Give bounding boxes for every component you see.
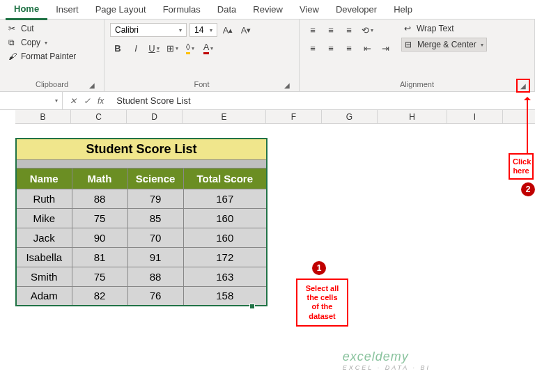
cut-label: Cut (21, 24, 34, 33)
clipboard-group-label: Clipboard◢ (6, 79, 98, 91)
tab-insert[interactable]: Insert (47, 0, 87, 19)
fx-icon[interactable]: fx (98, 96, 104, 106)
tab-page-layout[interactable]: Page Layout (87, 0, 155, 19)
table-cell[interactable]: 167 (183, 189, 267, 208)
ribbon-tabs: HomeInsertPage LayoutFormulasDataReviewV… (0, 0, 535, 19)
table-cell[interactable]: 85 (127, 208, 183, 228)
table-cell[interactable]: 160 (183, 228, 267, 247)
table-cell[interactable]: 88 (72, 189, 127, 208)
table-cell[interactable]: 88 (127, 267, 183, 286)
table-header[interactable]: Total Score (183, 168, 267, 189)
table-cell[interactable]: 75 (72, 208, 127, 228)
align-center-button[interactable]: ≡ (323, 40, 339, 56)
merge-center-button[interactable]: ⊟Merge & Center▾ (401, 38, 487, 52)
tab-formulas[interactable]: Formulas (155, 0, 209, 19)
column-header[interactable]: E (183, 110, 266, 123)
align-top-button[interactable]: ≡ (305, 22, 320, 38)
formula-bar: ▾ ✕ ✓ fx Student Score List (0, 92, 535, 110)
tab-home[interactable]: Home (6, 0, 47, 20)
font-color-button[interactable]: A▾ (201, 40, 216, 56)
enter-icon[interactable]: ✓ (84, 96, 91, 106)
table-gap[interactable] (16, 159, 267, 168)
alignment-launcher-icon[interactable]: ◢ (516, 79, 530, 93)
table-cell[interactable]: 82 (72, 286, 127, 306)
table-title[interactable]: Student Score List (16, 139, 267, 159)
table-cell[interactable]: 79 (127, 189, 183, 208)
name-box[interactable]: ▾ (0, 92, 63, 109)
table-cell[interactable]: 76 (127, 286, 183, 306)
column-header[interactable]: C (71, 110, 127, 123)
student-score-table[interactable]: Student Score ListNameMathScienceTotal S… (15, 138, 268, 306)
orientation-button[interactable]: ⟲▾ (359, 22, 375, 38)
table-cell[interactable]: 91 (127, 247, 183, 267)
table-cell[interactable]: 70 (127, 228, 183, 247)
wrap-text-button[interactable]: ↩Wrap Text (401, 22, 487, 35)
tab-developer[interactable]: Developer (327, 0, 385, 19)
tab-help[interactable]: Help (385, 0, 421, 19)
formula-input[interactable]: Student Score List (111, 95, 535, 106)
table-cell[interactable]: 81 (72, 247, 127, 267)
italic-button[interactable]: I (128, 40, 144, 56)
copy-button[interactable]: ⧉Copy▾ (6, 36, 79, 49)
column-header[interactable]: G (322, 110, 378, 123)
table-cell[interactable]: 90 (72, 228, 127, 247)
align-left-button[interactable]: ≡ (305, 40, 320, 56)
copy-icon: ⧉ (8, 38, 18, 47)
tab-data[interactable]: Data (209, 0, 245, 19)
table-cell[interactable]: 158 (183, 286, 267, 306)
alignment-group-label: Alignment◢ (305, 79, 529, 91)
column-header[interactable]: H (378, 110, 447, 123)
clipboard-launcher-icon[interactable]: ◢ (87, 80, 97, 90)
table-cell[interactable]: 75 (72, 267, 127, 286)
bucket-icon: ◊ (186, 42, 190, 54)
alignment-group: ≡ ≡ ≡ ⟲▾ ≡ ≡ ≡ ⇤ ⇥ ↩Wrap Text ⊟Merge & C… (300, 19, 535, 91)
tab-view[interactable]: View (291, 0, 327, 19)
table-cell[interactable]: Jack (16, 228, 72, 247)
cancel-icon[interactable]: ✕ (70, 96, 77, 106)
borders-button[interactable]: ⊞▾ (164, 40, 180, 56)
underline-button[interactable]: U▾ (146, 40, 162, 56)
font-name-select[interactable]: Calibri▾ (110, 23, 187, 37)
align-right-button[interactable]: ≡ (341, 40, 357, 56)
table-cell[interactable]: Ruth (16, 189, 72, 208)
table-cell[interactable]: 160 (183, 208, 267, 228)
wrap-icon: ↩ (404, 24, 414, 33)
table-cell[interactable]: Mike (16, 208, 72, 228)
format-painter-button[interactable]: 🖌Format Painter (6, 50, 79, 63)
font-size-select[interactable]: 14▾ (189, 23, 217, 37)
column-header[interactable]: F (266, 110, 322, 123)
decrease-indent-button[interactable]: ⇤ (359, 40, 375, 56)
font-group: Calibri▾ 14▾ A▴ A▾ B I U▾ ⊞▾ ◊▾ A▾ Font◢ (104, 19, 300, 91)
merge-icon: ⊟ (405, 40, 414, 49)
table-cell[interactable]: 163 (183, 267, 267, 286)
wrap-label: Wrap Text (417, 24, 454, 33)
align-middle-button[interactable]: ≡ (323, 22, 339, 38)
table-header[interactable]: Science (127, 168, 183, 189)
font-group-label: Font◢ (110, 79, 293, 91)
font-launcher-icon[interactable]: ◢ (282, 80, 292, 90)
fill-color-button[interactable]: ◊▾ (183, 40, 198, 56)
watermark: exceldemy EXCEL · DATA · BI (343, 350, 431, 371)
worksheet[interactable]: Student Score ListNameMathScienceTotal S… (0, 124, 535, 306)
fill-handle[interactable] (249, 304, 255, 309)
annotation-callout-2: Click here (509, 153, 534, 180)
table-header[interactable]: Name (16, 168, 72, 189)
decrease-font-button[interactable]: A▾ (238, 22, 254, 38)
increase-font-button[interactable]: A▴ (220, 22, 235, 38)
tab-review[interactable]: Review (245, 0, 291, 19)
increase-indent-button[interactable]: ⇥ (378, 40, 393, 56)
table-cell[interactable]: 172 (183, 247, 267, 267)
table-cell[interactable]: Isabella (16, 247, 72, 267)
table-header[interactable]: Math (72, 168, 127, 189)
scissors-icon: ✂ (8, 24, 18, 33)
column-header[interactable]: I (447, 110, 503, 123)
column-header[interactable]: D (127, 110, 183, 123)
bold-button[interactable]: B (110, 40, 125, 56)
align-bottom-button[interactable]: ≡ (341, 22, 357, 38)
annotation-badge-2: 2 (521, 182, 535, 196)
cut-button[interactable]: ✂Cut (6, 22, 79, 35)
table-cell[interactable]: Smith (16, 267, 72, 286)
column-header[interactable]: B (15, 110, 71, 123)
column-headers: BCDEFGHI (15, 110, 535, 124)
table-cell[interactable]: Adam (16, 286, 72, 306)
